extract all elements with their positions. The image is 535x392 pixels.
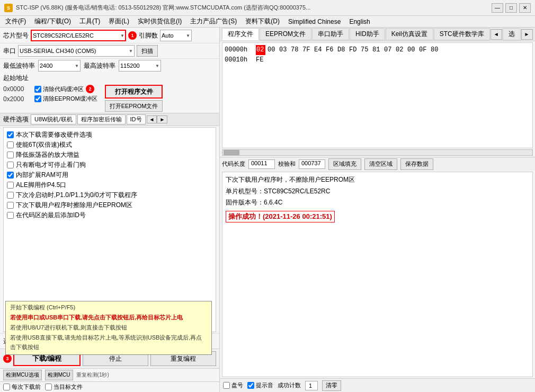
menu-bar: 文件(F) 编程/下载(O) 工具(T) 界面(L) 实时供货信息(I) 主力产… [0, 16, 535, 28]
open-eeprom-button[interactable]: 打开EEPROM文件 [105, 100, 163, 112]
restore-button[interactable]: □ [505, 3, 517, 13]
info-line-1: 下次下载用户程序时，不擦除用户EEPROM区 [226, 174, 529, 186]
menu-interface[interactable]: 界面(L) [105, 16, 132, 26]
count-label: 成功计数 [278, 381, 301, 389]
tabs-row: 程序文件 EEPROM文件 串口助手 HID助手 Keil仿真设置 STC硬件数… [220, 28, 535, 41]
addr-row-0: 起始地址 [0, 73, 219, 84]
chip-row: 芯片型号 STC89C52RC/LE52RC 1 引脚数 Auto [0, 28, 219, 43]
max-baud-wrapper: 115200 [119, 60, 161, 72]
option-checkbox-7[interactable] [7, 202, 14, 209]
menu-simplified[interactable]: Simplified Chinese [285, 17, 344, 26]
hw-tab-1[interactable]: 程序加密后传输 [77, 114, 126, 124]
check-row-1-box[interactable] [3, 384, 10, 390]
option-item-4: 内部扩展RAM可用 [7, 170, 212, 180]
hw-nav-left[interactable]: ◄ [147, 115, 157, 123]
option-checkbox-3[interactable] [7, 162, 14, 168]
sound-checkbox[interactable] [247, 382, 254, 389]
save-data-button[interactable]: 保存数据 [400, 158, 433, 170]
tooltip-line-1: 若使用U8/U7进行联机下载,则直接击下载按钮 [10, 323, 207, 333]
hex-scrollbar-h[interactable] [222, 149, 533, 156]
min-baud-wrapper: 2400 [38, 60, 81, 72]
max-baud-select[interactable]: 115200 [119, 60, 161, 72]
option-checkbox-2[interactable] [7, 152, 14, 158]
check-row-1: 每次下载前 [3, 383, 41, 391]
tab-nav-left[interactable]: ◄ [491, 29, 502, 40]
tooltip-title: 开始下载编程 (Ctrl+P/F5) [10, 304, 207, 311]
option-checkbox-5[interactable] [7, 182, 14, 189]
com-select[interactable]: USB-SERIAL CH340 (COM5) [18, 45, 135, 57]
tab-program-file[interactable]: 程序文件 [222, 28, 259, 40]
check-row-2: 当目标文件 [45, 383, 83, 391]
tab-hid[interactable]: HID助手 [350, 28, 385, 40]
option-item-8: 在代码区的最后添加ID号 [7, 210, 212, 220]
addr1-checkbox[interactable] [34, 86, 41, 93]
hw-label: 硬件选项 [3, 115, 29, 124]
option-checkbox-6[interactable] [7, 192, 14, 199]
code-info-row: 代码长度 00011 校验和 000737 区域填充 清空区域 保存数据 [220, 157, 535, 171]
menu-products[interactable]: 主力产品广告(S) [187, 16, 240, 26]
tab-eeprom[interactable]: EEPROM文件 [260, 28, 311, 40]
menu-tools[interactable]: 工具(T) [76, 16, 103, 26]
tab-more[interactable]: 选 [503, 28, 521, 40]
option-checkbox-8[interactable] [7, 212, 14, 219]
hw-tab-0[interactable]: U8W脱机/联机 [31, 114, 76, 124]
window-controls: — □ ✕ [492, 3, 531, 13]
detect-row: 检测MCU选项 检测MCU 重复检测(1秒) [0, 368, 219, 381]
option-item-3: 只有断电才可停止看门狗 [7, 160, 212, 170]
hw-nav-right[interactable]: ► [157, 115, 167, 123]
option-checkbox-0[interactable] [7, 131, 14, 138]
menu-realtime[interactable]: 实时供货信息(I) [135, 16, 185, 26]
detect-info: 重复检测(1秒) [76, 371, 109, 379]
minimize-button[interactable]: — [492, 3, 503, 13]
tab-stc-lib[interactable]: STC硬件数学库 [434, 28, 490, 40]
addr2-row: 0x2000 清除EEPROM缓冲区 [3, 95, 97, 103]
app-icon: S [4, 4, 13, 12]
option-checkbox-1[interactable] [7, 141, 14, 148]
tooltip-line-2: 若使用USB直接下载,请先给目标芯片上电,等系统识别USB设备完成后,再点击下载… [10, 333, 207, 352]
option-checkbox-4[interactable] [7, 172, 14, 179]
addr1-badge: 2 [86, 85, 94, 93]
clear-count-button[interactable]: 清零 [322, 380, 341, 391]
detect-mcu-button[interactable]: 检测MCU选项 [3, 370, 42, 380]
scrollbar-thumb-h [224, 150, 239, 155]
tab-keil[interactable]: Keil仿真设置 [386, 28, 433, 40]
min-baud-label: 最低波特率 [3, 61, 35, 70]
scan-button[interactable]: 扫描 [137, 45, 158, 57]
clear-area-button[interactable]: 清空区域 [364, 158, 397, 170]
menu-program[interactable]: 编程/下载(O) [31, 16, 74, 26]
app-window: S STC-ISP (V6.88K) (服务电话/销售电话: 0513-5501… [0, 0, 535, 392]
open-program-button[interactable]: 打开程序文件 [105, 85, 163, 99]
hex-viewer[interactable]: 00000h 02 00 03 78 7F E4 F6 D8 FD 75 81 … [222, 42, 533, 148]
fill-button[interactable]: 区域填充 [328, 158, 361, 170]
tab-serial[interactable]: 串口助手 [312, 28, 349, 40]
min-baud-select[interactable]: 2400 [38, 60, 81, 72]
right-status-bar: 盘号 提示音 成功计数 1 清零 [220, 378, 535, 392]
checksum-value: 000737 [299, 159, 325, 169]
disk-checkbox[interactable] [223, 382, 230, 389]
addr2-value: 0x2000 [3, 95, 32, 103]
close-button[interactable]: ✕ [519, 3, 531, 13]
addr1-row: 0x0000 清除代码缓冲区 2 [3, 85, 97, 93]
chip-select-wrapper: STC89C52RC/LE52RC [31, 30, 126, 41]
addr2-checkbox[interactable] [34, 95, 41, 102]
pin-label: 引脚数 [139, 31, 158, 40]
success-text: 操作成功！(2021-11-26 00:21:51) [226, 211, 335, 222]
menu-english[interactable]: English [346, 17, 373, 26]
chip-select[interactable]: STC89C52RC/LE52RC [31, 30, 126, 41]
menu-download[interactable]: 资料下载(D) [242, 16, 283, 26]
checksum-label: 校验和 [278, 160, 296, 168]
com-label: 串口 [3, 47, 16, 56]
addr2-check-label: 清除EEPROM缓冲区 [34, 95, 97, 103]
com-row: 串口 USB-SERIAL CH340 (COM5) 扫描 [0, 43, 219, 59]
hex-row-0: 00000h 02 00 03 78 7F E4 F6 D8 FD 75 81 … [225, 45, 530, 55]
menu-file[interactable]: 文件(F) [2, 16, 29, 26]
pin-select[interactable]: Auto [160, 30, 192, 41]
disk-label-row: 盘号 [223, 381, 243, 389]
tab-nav-right[interactable]: ► [521, 29, 533, 40]
bottom-check-row: 每次下载前 当目标文件 [0, 381, 219, 392]
check-row-2-box[interactable] [45, 384, 52, 390]
detect-button2[interactable]: 检测MCU [45, 370, 73, 380]
title-text: STC-ISP (V6.88K) (服务电话/销售电话: 0513-550129… [16, 4, 492, 12]
hw-tab-2[interactable]: ID号 [127, 114, 146, 124]
pin-select-wrapper: Auto [160, 30, 192, 41]
